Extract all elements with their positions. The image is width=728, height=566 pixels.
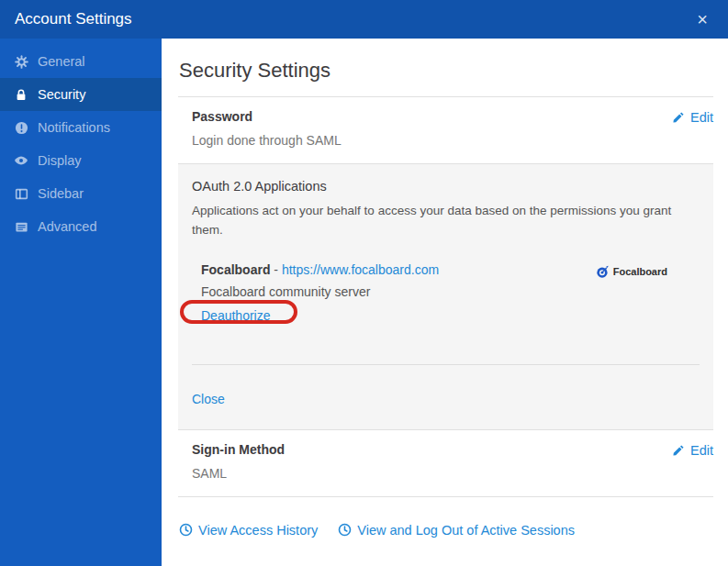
oauth-app-info: Focalboard - https://www.focalboard.com …: [201, 262, 439, 324]
sidebar-item-display[interactable]: Display: [0, 144, 162, 177]
oauth-app-entry: Focalboard - https://www.focalboard.com …: [201, 262, 700, 324]
sidebar-item-label: Sidebar: [38, 186, 84, 201]
focalboard-logo: Focalboard: [596, 264, 667, 279]
oauth-app-name: Focalboard: [201, 262, 270, 277]
sidebar-item-general[interactable]: General: [0, 45, 162, 78]
password-section-title: Password: [192, 109, 342, 124]
focalboard-logo-label: Focalboard: [613, 266, 667, 277]
sidebar-item-label: Security: [38, 87, 85, 102]
sidebar-item-label: Display: [38, 153, 82, 168]
account-settings-modal: Account Settings ×: [0, 0, 728, 566]
page-title: Security Settings: [179, 59, 713, 83]
sidebar-item-label: General: [38, 54, 85, 69]
divider: [178, 496, 713, 497]
password-section: Password Login done through SAML Edit: [178, 97, 713, 163]
divider: [192, 364, 700, 365]
exclamation-circle-icon: [14, 120, 28, 135]
oauth-section: OAuth 2.0 Applications Applications act …: [178, 164, 713, 429]
oauth-app-title-line: Focalboard - https://www.focalboard.com: [201, 262, 439, 277]
edit-label: Edit: [690, 110, 713, 125]
close-button[interactable]: ×: [691, 8, 713, 30]
signin-method-section: Sign-in Method SAML Edit: [178, 430, 713, 496]
clock-icon: [338, 523, 352, 537]
pencil-icon: [672, 111, 685, 124]
clock-icon: [179, 523, 193, 537]
view-active-sessions-link[interactable]: View and Log Out of Active Sessions: [338, 523, 575, 538]
oauth-app-description: Focalboard community server: [201, 284, 439, 299]
password-section-text: Password Login done through SAML: [192, 109, 342, 148]
oauth-close-link[interactable]: Close: [192, 392, 225, 406]
password-section-description: Login done through SAML: [192, 133, 342, 148]
signin-method-value: SAML: [192, 466, 285, 481]
oauth-app-separator: -: [274, 262, 278, 277]
sidebar-item-sidebar[interactable]: Sidebar: [0, 177, 162, 210]
settings-sidebar: General Security: [0, 39, 162, 566]
oauth-section-description: Applications act on your behalf to acces…: [192, 202, 700, 240]
columns-icon: [14, 186, 28, 201]
modal-title: Account Settings: [15, 10, 132, 28]
sidebar-item-label: Notifications: [38, 120, 110, 135]
footer-link-label: View and Log Out of Active Sessions: [357, 523, 575, 538]
sidebar-item-security[interactable]: Security: [0, 78, 162, 111]
sidebar-item-advanced[interactable]: Advanced: [0, 210, 162, 243]
deauthorize-link[interactable]: Deauthorize: [201, 308, 271, 323]
modal-header: Account Settings ×: [0, 0, 728, 39]
close-icon: ×: [697, 9, 708, 29]
oauth-app-url-link[interactable]: https://www.focalboard.com: [282, 262, 439, 277]
oauth-section-title: OAuth 2.0 Applications: [192, 179, 700, 194]
gear-icon: [14, 54, 28, 69]
footer-links: View Access History View and Log Out of …: [179, 523, 713, 538]
settings-content: Security Settings Password Login done th…: [162, 39, 728, 566]
deauthorize-wrap: Deauthorize: [201, 307, 271, 324]
signin-method-text: Sign-in Method SAML: [192, 442, 285, 481]
pencil-icon: [672, 444, 685, 457]
signin-edit-button[interactable]: Edit: [672, 443, 713, 458]
password-edit-button[interactable]: Edit: [672, 110, 713, 125]
modal-body: General Security: [0, 39, 728, 566]
view-access-history-link[interactable]: View Access History: [179, 523, 318, 538]
signin-method-title: Sign-in Method: [192, 442, 285, 457]
footer-link-label: View Access History: [198, 523, 318, 538]
edit-label: Edit: [690, 443, 713, 458]
focalboard-logo-icon: [596, 264, 610, 279]
sidebar-item-label: Advanced: [38, 219, 97, 234]
lock-icon: [14, 87, 28, 102]
list-icon: [14, 219, 28, 234]
eye-icon: [14, 153, 28, 168]
sidebar-item-notifications[interactable]: Notifications: [0, 111, 162, 144]
